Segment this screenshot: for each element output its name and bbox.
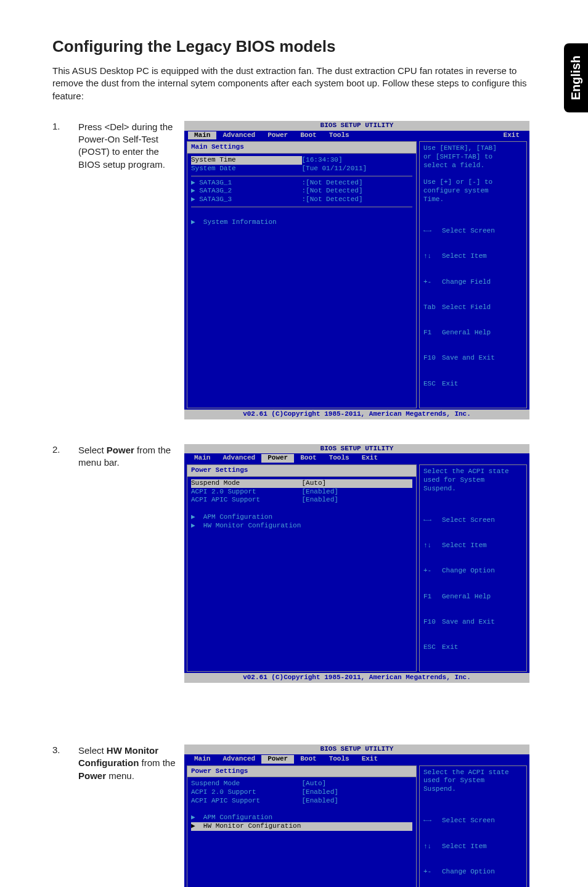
menu-main[interactable]: Main: [188, 454, 216, 463]
value-acpi20: [Enabled]: [302, 788, 413, 797]
step-1: 1. Press <Del> during the Power-On Self-…: [52, 121, 551, 419]
field-system-date[interactable]: System Date: [191, 165, 302, 173]
step-text: Select Power from the menu bar.: [78, 444, 177, 683]
field-apic[interactable]: ACPI APIC Support: [191, 797, 302, 806]
bios-section-heading: Power Settings: [187, 465, 416, 477]
intro-paragraph: This ASUS Desktop PC is equipped with th…: [52, 65, 527, 102]
step-number: 3.: [52, 745, 71, 887]
field-sata3[interactable]: ▶ SATA3G_3: [191, 196, 302, 204]
menu-exit[interactable]: Exit: [356, 755, 384, 764]
menu-power[interactable]: Power: [261, 131, 294, 140]
field-hwmon-config[interactable]: ▶ HW Monitor Configuration: [191, 822, 412, 831]
field-acpi20[interactable]: ACPI 2.0 Support: [191, 488, 302, 497]
bios-screenshot-1: BIOS SETUP UTILITY Main Advanced Power B…: [184, 121, 529, 419]
menu-boot[interactable]: Boot: [294, 454, 322, 463]
bios-help-panel: Select the ACPI state used for System Su…: [419, 765, 527, 888]
bios-section-heading: Power Settings: [187, 766, 416, 778]
value-suspend: [Auto]: [302, 479, 413, 488]
bios-footer: v02.61 (C)Copyright 1985-2011, American …: [184, 410, 529, 419]
field-apic[interactable]: ACPI APIC Support: [191, 496, 302, 505]
value-apic: [Enabled]: [302, 496, 413, 505]
value-acpi20: [Enabled]: [302, 488, 413, 497]
menu-boot[interactable]: Boot: [294, 131, 322, 140]
menu-exit[interactable]: Exit: [356, 454, 384, 463]
bios-title: BIOS SETUP UTILITY: [184, 121, 529, 131]
field-system-time[interactable]: System Time: [191, 156, 302, 165]
page-title: Configuring the Legacy BIOS models: [52, 37, 551, 56]
field-sata2[interactable]: ▶ SATA3G_2: [191, 187, 302, 196]
value-sata1: :[Not Detected]: [302, 179, 413, 188]
field-apm-config[interactable]: ▶ APM Configuration: [191, 513, 412, 522]
menu-advanced[interactable]: Advanced: [216, 454, 261, 463]
bios-key-legend: ←→Select Screen ↑↓Select Item +-Change F…: [423, 210, 523, 405]
bios-footer: v02.61 (C)Copyright 1985-2011, American …: [184, 673, 529, 683]
bios-screenshot-3: BIOS SETUP UTILITY Main Advanced Power B…: [184, 745, 529, 887]
value-suspend: [Auto]: [302, 780, 413, 788]
field-suspend[interactable]: Suspend Mode: [191, 780, 302, 788]
bios-help-panel: Use [ENTER], [TAB] or [SHIFT-TAB] to sel…: [419, 141, 527, 408]
bios-help-text: Select the ACPI state used for System Su…: [423, 468, 523, 493]
value-system-date: [Tue 01/11/2011]: [302, 165, 413, 173]
menu-power[interactable]: Power: [261, 454, 294, 463]
bios-menu-bar: Main Advanced Power Boot Tools Exit: [184, 754, 529, 764]
step-text: Press <Del> during the Power-On Self-Tes…: [78, 121, 177, 419]
bios-screenshot-2: BIOS SETUP UTILITY Main Advanced Power B…: [184, 444, 529, 683]
field-suspend[interactable]: Suspend Mode: [191, 479, 302, 488]
bios-title: BIOS SETUP UTILITY: [184, 444, 529, 454]
menu-tools[interactable]: Tools: [323, 131, 356, 140]
step-2: 2. Select Power from the menu bar. BIOS …: [52, 444, 551, 683]
step-number: 1.: [52, 121, 71, 419]
step-number: 2.: [52, 444, 71, 683]
menu-main[interactable]: Main: [188, 755, 216, 764]
menu-main[interactable]: Main: [188, 131, 216, 140]
bios-help-panel: Select the ACPI state used for System Su…: [419, 464, 527, 672]
menu-advanced[interactable]: Advanced: [216, 755, 261, 764]
menu-tools[interactable]: Tools: [323, 454, 356, 463]
bios-help-text: Select the ACPI state used for System Su…: [423, 769, 523, 794]
menu-advanced[interactable]: Advanced: [216, 131, 261, 140]
menu-tools[interactable]: Tools: [323, 755, 356, 764]
field-sysinfo[interactable]: ▶ System Information: [191, 218, 412, 227]
menu-exit[interactable]: Exit: [497, 131, 526, 140]
field-acpi20[interactable]: ACPI 2.0 Support: [191, 788, 302, 797]
bios-key-legend: ←→Select Screen ↑↓Select Item +-Change O…: [423, 800, 523, 887]
bios-menu-bar: Main Advanced Power Boot Tools Exit: [184, 453, 529, 463]
field-sata1[interactable]: ▶ SATA3G_1: [191, 179, 302, 188]
bios-help-text: Use [ENTER], [TAB] or [SHIFT-TAB] to sel…: [423, 144, 523, 204]
menu-power[interactable]: Power: [261, 755, 294, 764]
value-apic: [Enabled]: [302, 797, 413, 806]
value-sata3: :[Not Detected]: [302, 196, 413, 204]
value-sata2: :[Not Detected]: [302, 187, 413, 196]
bios-title: BIOS SETUP UTILITY: [184, 745, 529, 754]
bios-key-legend: ←→Select Screen ↑↓Select Item +-Change O…: [423, 499, 523, 669]
menu-boot[interactable]: Boot: [294, 755, 322, 764]
bios-menu-bar: Main Advanced Power Boot Tools Exit: [184, 131, 529, 141]
bios-section-heading: Main Settings: [187, 142, 416, 154]
value-system-time: [16:34:30]: [302, 156, 413, 165]
field-hwmon-config[interactable]: ▶ HW Monitor Configuration: [191, 522, 412, 530]
field-apm-config[interactable]: ▶ APM Configuration: [191, 814, 412, 822]
language-tab: English: [564, 43, 588, 112]
step-text: Select HW Monitor Configuration from the…: [78, 745, 177, 887]
step-3: 3. Select HW Monitor Configuration from …: [52, 745, 551, 887]
